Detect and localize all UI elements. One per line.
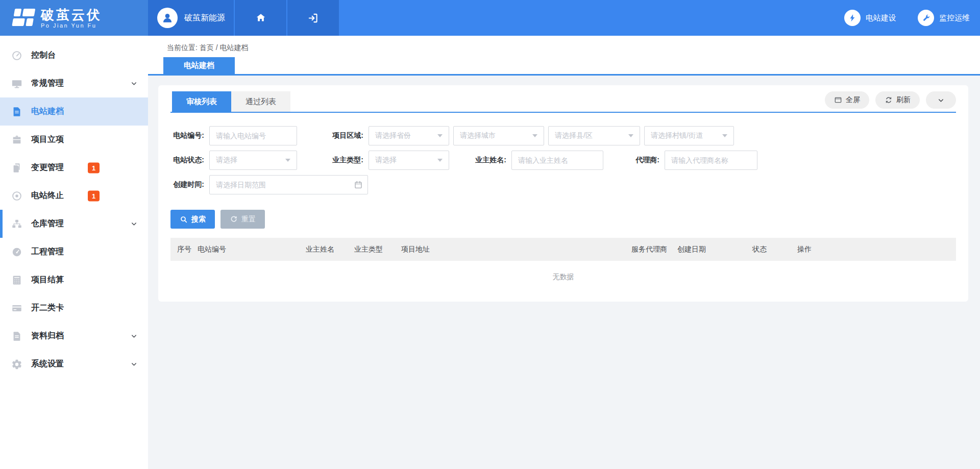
sidebar-item-system-settings[interactable]: 系统设置 — [0, 350, 148, 378]
user-avatar-icon — [157, 8, 178, 28]
home-button[interactable] — [235, 0, 287, 36]
refresh-icon — [885, 96, 893, 104]
village-select[interactable]: 请选择村镇/街道 — [644, 126, 734, 145]
owner-type-select[interactable]: 请选择 — [369, 151, 449, 170]
fullscreen-icon — [834, 96, 842, 104]
empty-state: 无数据 — [170, 261, 956, 293]
sidebar-item-data-archive[interactable]: 资料归档 — [0, 322, 148, 350]
fullscreen-label: 全屏 — [846, 95, 860, 105]
header-right-nav: 电站建设 监控运维 — [844, 0, 980, 36]
city-select-placeholder: 请选择城市 — [460, 131, 496, 140]
station-no-input[interactable] — [209, 126, 297, 145]
tab-review-list[interactable]: 审核列表 — [172, 91, 231, 112]
sidebar-item-label: 常规管理 — [31, 78, 64, 89]
col-actions: 操作 — [797, 245, 956, 254]
panel-tabs-row: 审核列表 通过列表 全屏 — [170, 91, 956, 113]
sidebar-item-label: 电站建档 — [31, 106, 64, 117]
chevron-down-icon — [130, 332, 138, 340]
breadcrumb: 当前位置: 首页 / 电站建档 — [148, 36, 980, 53]
sitemap-icon — [11, 218, 23, 230]
refresh-button[interactable]: 刷新 — [875, 91, 920, 109]
reset-label: 重置 — [241, 215, 256, 224]
sidebar-item-label: 开二类卡 — [31, 303, 64, 313]
caret-down-icon — [437, 159, 443, 162]
caret-down-icon — [437, 134, 443, 137]
file-icon — [11, 330, 23, 342]
search-icon — [180, 215, 188, 224]
sidebar-item-console[interactable]: 控制台 — [0, 41, 148, 69]
header-user-section[interactable]: 破茧新能源 — [148, 0, 235, 36]
brand-logo: 破茧云伏 Po Jian Yun Fu — [0, 0, 148, 36]
sidebar-item-label: 电站终止 — [31, 190, 64, 201]
brand-subtitle: Po Jian Yun Fu — [41, 22, 102, 29]
sidebar-item-project-initiation[interactable]: 项目立项 — [0, 126, 148, 154]
nav-monitor-ops[interactable]: 监控运维 — [918, 10, 970, 26]
fullscreen-button[interactable]: 全屏 — [825, 91, 869, 109]
home-icon — [255, 12, 266, 23]
sidebar-item-change-mgmt[interactable]: 变更管理 1 — [0, 154, 148, 182]
date-range-input[interactable] — [209, 175, 368, 194]
app-root: 破茧云伏 Po Jian Yun Fu 破茧新能源 — [0, 0, 980, 469]
agent-label: 代理商: — [603, 156, 659, 165]
owner-type-label: 业主类型: — [297, 156, 363, 165]
sidebar-item-engineering-mgmt[interactable]: 工程管理 — [0, 238, 148, 266]
login-arrow-icon — [307, 12, 319, 24]
nav-monitor-ops-label: 监控运维 — [939, 13, 970, 23]
page-tab-station-archive[interactable]: 电站建档 — [163, 57, 235, 74]
reset-button[interactable]: 重置 — [220, 210, 265, 229]
chevron-down-icon — [937, 96, 945, 104]
create-time-label: 创建时间: — [170, 180, 204, 189]
province-select[interactable]: 请选择省份 — [369, 126, 449, 145]
owner-name-input[interactable] — [511, 151, 603, 170]
district-select[interactable]: 请选择县/区 — [548, 126, 640, 145]
filter-row-3: 创建时间: — [170, 175, 956, 194]
filter-row-1: 电站编号: 项目区域: 请选择省份 请选择城市 — [170, 126, 956, 145]
collapse-button[interactable] — [926, 91, 956, 109]
col-project-address: 项目地址 — [401, 245, 631, 254]
brand-name: 破茧云伏 — [41, 8, 102, 22]
record-circle-icon — [11, 190, 23, 202]
sidebar-item-project-settlement[interactable]: 项目结算 — [0, 266, 148, 294]
caret-down-icon — [532, 134, 537, 137]
tab-passed-list[interactable]: 通过列表 — [231, 91, 290, 112]
col-create-date: 创建日期 — [677, 245, 752, 254]
breadcrumb-path[interactable]: 首页 / 电站建档 — [200, 43, 249, 52]
breadcrumb-strip: 当前位置: 首页 / 电站建档 电站建档 — [148, 36, 980, 76]
search-button[interactable]: 搜索 — [170, 210, 215, 229]
sidebar-item-label: 控制台 — [31, 50, 56, 61]
reset-icon — [230, 215, 238, 224]
city-select[interactable]: 请选择城市 — [453, 126, 544, 145]
station-status-placeholder: 请选择 — [216, 156, 237, 165]
sidebar-item-warehouse-mgmt[interactable]: 仓库管理 — [0, 210, 148, 238]
content-area: 审核列表 通过列表 全屏 — [148, 76, 980, 469]
chevron-down-icon — [130, 360, 138, 368]
col-owner-name: 业主姓名 — [306, 245, 354, 254]
sidebar-item-general-mgmt[interactable]: 常规管理 — [0, 69, 148, 97]
nav-station-build-label: 电站建设 — [866, 13, 896, 23]
logout-button[interactable] — [287, 0, 340, 36]
notification-badge: 1 — [88, 190, 100, 201]
agent-input[interactable] — [665, 151, 757, 170]
caret-down-icon — [722, 134, 727, 137]
region-label: 项目区域: — [297, 131, 363, 140]
speedometer-icon — [11, 246, 23, 258]
date-range-field — [209, 175, 368, 194]
company-name: 破茧新能源 — [184, 13, 225, 23]
brand-logo-icon — [9, 7, 36, 29]
gauge-icon — [11, 50, 23, 62]
station-status-select[interactable]: 请选择 — [209, 151, 297, 170]
sidebar-item-station-archive[interactable]: 电站建档 — [0, 97, 148, 126]
calendar-icon[interactable] — [354, 180, 363, 189]
refresh-label: 刷新 — [896, 95, 911, 105]
filter-buttons: 搜索 重置 — [170, 210, 956, 229]
table-header-row: 序号 电站编号 业主姓名 业主类型 项目地址 服务代理商 创建日期 状态 操作 — [170, 238, 956, 261]
col-index: 序号 — [177, 245, 198, 254]
bank-card-icon — [11, 302, 23, 314]
owner-name-label: 业主姓名: — [449, 156, 506, 165]
sidebar-item-station-terminate[interactable]: 电站终止 1 — [0, 182, 148, 210]
sidebar-item-open-type2-card[interactable]: 开二类卡 — [0, 294, 148, 322]
main-area: 当前位置: 首页 / 电站建档 电站建档 审核列表 通过列表 — [148, 36, 980, 469]
nav-station-build[interactable]: 电站建设 — [844, 10, 896, 26]
copy-pages-icon — [11, 162, 23, 174]
caret-down-icon — [628, 134, 633, 137]
